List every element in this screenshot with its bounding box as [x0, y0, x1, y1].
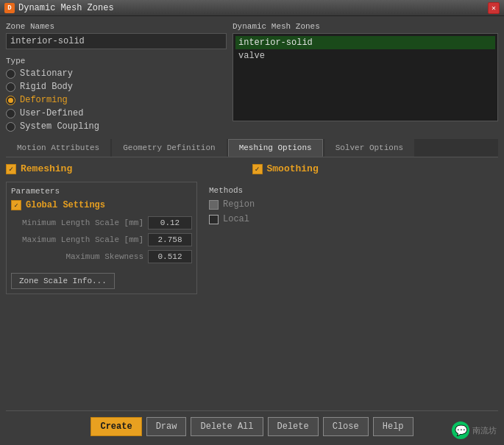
- method-local-label: Local: [223, 214, 249, 224]
- remeshing-label: Remeshing: [21, 163, 72, 174]
- parameters-section: Parameters Global Settings Minimum Lengt…: [6, 182, 197, 294]
- zone-names-panel: Zone Names interior-solid valve Type Sta…: [6, 22, 227, 135]
- param-max-length-input[interactable]: [148, 233, 192, 246]
- param-max-skewness: Maximum Skewness: [11, 250, 192, 263]
- mesh-item-valve[interactable]: valve: [235, 49, 495, 63]
- radio-deforming[interactable]: Deforming: [6, 95, 227, 105]
- option-row: Remeshing Smoothing: [6, 163, 498, 174]
- window-title: Dynamic Mesh Zones: [18, 3, 488, 13]
- tab-geometry-definition[interactable]: Geometry Definition: [112, 139, 226, 157]
- tab-solver-options[interactable]: Solver Options: [324, 139, 414, 157]
- radio-btn-user-defined: [6, 109, 15, 118]
- radio-stationary[interactable]: Stationary: [6, 68, 227, 79]
- draw-button[interactable]: Draw: [146, 417, 187, 436]
- main-container: Zone Names interior-solid valve Type Sta…: [0, 16, 504, 445]
- radio-btn-deforming: [6, 96, 15, 105]
- params-methods-row: Parameters Global Settings Minimum Lengt…: [6, 182, 498, 294]
- zone-names-label: Zone Names: [6, 22, 227, 31]
- dynamic-mesh-list: interior-solid valve: [233, 33, 498, 121]
- watermark: 💬 南流坊: [452, 421, 497, 439]
- radio-text-deforming: Deforming: [20, 95, 68, 105]
- radio-text-rigid-body: Rigid Body: [20, 82, 73, 92]
- smoothing-checkbox-label[interactable]: Smoothing: [252, 163, 319, 174]
- method-region-checkbox[interactable]: [209, 200, 219, 210]
- global-settings-row: Global Settings: [11, 200, 192, 210]
- tab-motion-attributes[interactable]: Motion Attributes: [6, 139, 110, 157]
- content-area: Remeshing Smoothing Parameters Global Se…: [6, 163, 498, 410]
- param-max-length-label: Maximum Length Scale [mm]: [11, 235, 148, 244]
- watermark-text: 南流坊: [472, 425, 497, 436]
- method-local-checkbox[interactable]: [209, 215, 219, 224]
- param-max-length: Maximum Length Scale [mm]: [11, 233, 192, 246]
- radio-text-user-defined: User-Defined: [20, 108, 83, 118]
- param-min-length-label: Minimum Length Scale [mm]: [11, 218, 148, 227]
- radio-text-stationary: Stationary: [20, 68, 73, 79]
- param-max-skewness-input[interactable]: [148, 250, 192, 263]
- param-max-skewness-label: Maximum Skewness: [11, 252, 148, 261]
- delete-all-button[interactable]: Delete All: [191, 417, 263, 436]
- radio-btn-system-coupling: [6, 122, 15, 132]
- tab-meshing-options[interactable]: Meshing Options: [228, 139, 323, 157]
- method-region: Region: [209, 199, 274, 210]
- title-bar: D Dynamic Mesh Zones ✕: [0, 0, 504, 16]
- radio-system-coupling[interactable]: System Coupling: [6, 121, 227, 132]
- remeshing-option: Remeshing: [6, 163, 252, 174]
- remeshing-checkbox-label[interactable]: Remeshing: [6, 163, 72, 174]
- remeshing-checkbox[interactable]: [6, 164, 16, 174]
- delete-button[interactable]: Delete: [268, 417, 319, 436]
- radio-btn-rigid-body: [6, 82, 15, 92]
- param-min-length-input[interactable]: [148, 216, 192, 229]
- parameters-label: Parameters: [11, 187, 192, 196]
- tab-bar: Motion Attributes Geometry Definition Me…: [6, 139, 498, 157]
- wechat-icon: 💬: [452, 421, 469, 439]
- type-section: Type Stationary Rigid Body Deforming Use…: [6, 57, 227, 132]
- methods-label: Methods: [209, 186, 274, 195]
- methods-section: Methods Region Local: [205, 182, 278, 294]
- type-label: Type: [6, 57, 227, 65]
- param-min-length: Minimum Length Scale [mm]: [11, 216, 192, 229]
- radio-text-system-coupling: System Coupling: [20, 121, 99, 132]
- radio-btn-stationary: [6, 69, 15, 79]
- button-bar: Create Draw Delete All Delete Close Help: [6, 410, 498, 439]
- close-button[interactable]: Close: [323, 417, 369, 436]
- close-window-button[interactable]: ✕: [488, 2, 500, 14]
- mesh-item-interior-solid[interactable]: interior-solid: [235, 36, 495, 49]
- dynamic-mesh-panel: Dynamic Mesh Zones interior-solid valve: [233, 22, 498, 135]
- method-local: Local: [209, 214, 274, 224]
- help-button[interactable]: Help: [373, 417, 414, 436]
- zone-names-dropdown[interactable]: interior-solid valve: [6, 33, 227, 49]
- smoothing-label: Smoothing: [267, 163, 319, 174]
- top-section: Zone Names interior-solid valve Type Sta…: [6, 22, 498, 135]
- method-region-label: Region: [223, 199, 255, 210]
- dynamic-mesh-label: Dynamic Mesh Zones: [233, 22, 498, 31]
- create-button[interactable]: Create: [90, 417, 141, 436]
- radio-user-defined[interactable]: User-Defined: [6, 108, 227, 118]
- radio-rigid-body[interactable]: Rigid Body: [6, 82, 227, 92]
- zone-scale-info-button[interactable]: Zone Scale Info...: [11, 273, 115, 289]
- smoothing-checkbox[interactable]: [252, 164, 263, 174]
- global-settings-checkbox[interactable]: [11, 200, 21, 210]
- global-settings-label: Global Settings: [26, 200, 105, 210]
- app-icon: D: [4, 3, 15, 13]
- smoothing-option: Smoothing: [252, 163, 499, 174]
